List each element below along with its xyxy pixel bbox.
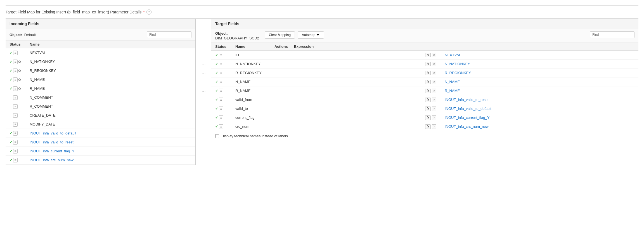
check-icon: ✔	[215, 98, 218, 102]
arrow-row: · · ·	[196, 69, 211, 78]
fx-icon[interactable]: fx	[425, 124, 431, 129]
x-icon[interactable]: ✕	[432, 107, 436, 111]
doc-icon[interactable]: ≡	[13, 60, 18, 64]
expression-text[interactable]: INOUT_infa_valid_to_reset	[445, 98, 634, 102]
automap-button[interactable]: Automap ▼	[298, 31, 324, 39]
field-name[interactable]: INOUT_infa_valid_to_reset	[30, 140, 191, 144]
expression-text[interactable]: R_REGIONKEY	[445, 71, 634, 75]
page-container: Target Field Map for Existing Insert (p_…	[0, 0, 644, 241]
target-find-input[interactable]	[590, 31, 634, 38]
x-icon[interactable]: ✕	[432, 62, 436, 66]
fx-icon[interactable]: fx	[425, 89, 431, 93]
display-tech-checkbox[interactable]	[215, 134, 219, 138]
x-icon[interactable]: ✕	[432, 124, 436, 129]
x-icon[interactable]: ✕	[432, 53, 436, 57]
doc-icon[interactable]: ≡	[13, 140, 18, 145]
fx-icon[interactable]: fx	[425, 62, 431, 66]
expression-text[interactable]: N_NATIONKEY	[445, 62, 634, 66]
incoming-object-value: Default	[24, 33, 36, 37]
status-icons: ✔ ≡	[10, 131, 30, 136]
target-status-icons: ✔ ≡	[215, 89, 235, 93]
fx-icon[interactable]: fx	[425, 80, 431, 84]
doc-icon[interactable]: ≡	[219, 98, 223, 102]
action-icons: fx ✕	[425, 115, 445, 120]
doc-icon[interactable]: ≡	[219, 115, 223, 120]
gear-icon[interactable]: ✿	[18, 60, 21, 64]
check-icon: ✔	[10, 77, 13, 82]
gear-icon[interactable]: ✿	[18, 87, 21, 91]
target-field-name: current_flag	[235, 115, 425, 120]
field-name[interactable]: INOUT_infa_valid_to_default	[30, 131, 191, 135]
target-status-icons: ✔ ≡	[215, 98, 235, 102]
arrow-dots: · · ·	[202, 71, 205, 76]
doc-icon[interactable]: ≡	[219, 62, 223, 66]
gear-icon[interactable]: ✿	[18, 78, 21, 82]
doc-icon[interactable]: ≡	[13, 131, 18, 136]
status-icons: ✔ ≡ ✿	[10, 60, 30, 64]
target-status-icons: ✔ ≡	[215, 80, 235, 84]
field-name: MODIFY_DATE	[30, 122, 191, 126]
doc-icon[interactable]: ≡	[13, 77, 18, 82]
incoming-col-name: Name	[30, 42, 191, 46]
target-col-headers: Status Name Actions Expression	[211, 43, 638, 51]
incoming-find-input[interactable]	[147, 31, 191, 38]
status-icons: ✔ ≡	[10, 95, 30, 100]
check-icon: ✔	[215, 115, 218, 120]
doc-icon[interactable]: ≡	[13, 51, 18, 55]
doc-icon[interactable]: ≡	[13, 68, 18, 73]
expression-text[interactable]: R_NAME	[445, 89, 634, 93]
status-icons: ✔ ≡	[10, 122, 30, 127]
target-field-name: valid_to	[235, 107, 425, 111]
clear-mapping-button[interactable]: Clear Mapping	[265, 31, 295, 39]
gear-icon[interactable]: ✿	[18, 69, 21, 73]
doc-icon[interactable]: ≡	[13, 113, 18, 118]
doc-icon[interactable]: ≡	[13, 158, 18, 162]
target-col-actions: Actions	[274, 44, 294, 49]
expression-text[interactable]: NEXTVAL	[445, 53, 634, 57]
expression-text[interactable]: INOUT_infa_crc_num_new	[445, 124, 634, 129]
x-icon[interactable]: ✕	[432, 89, 436, 93]
target-col-expression: Expression	[294, 44, 634, 49]
arrow-row	[196, 51, 211, 60]
x-icon[interactable]: ✕	[432, 71, 436, 75]
target-status-icons: ✔ ≡	[215, 124, 235, 129]
target-object-info: Object: DIM_GEOGRAPHY_SCD2	[215, 31, 259, 40]
status-icons: ✔ ≡ ✿	[10, 68, 30, 73]
doc-icon[interactable]: ≡	[13, 86, 18, 91]
help-icon[interactable]: ?	[146, 10, 151, 15]
target-row: ✔ ≡ valid_from fx ✕ INOUT_infa_valid_to_…	[211, 95, 638, 104]
check-icon: ✔	[215, 124, 218, 129]
doc-icon[interactable]: ≡	[13, 95, 18, 100]
doc-icon[interactable]: ≡	[219, 107, 223, 111]
doc-icon[interactable]: ≡	[219, 53, 223, 57]
x-icon[interactable]: ✕	[432, 80, 436, 84]
field-name: R_NAME	[30, 86, 191, 91]
status-icons: ✔ ≡	[10, 51, 30, 55]
doc-icon[interactable]: ≡	[219, 71, 223, 75]
fx-icon[interactable]: fx	[425, 71, 431, 75]
doc-icon[interactable]: ≡	[13, 149, 18, 153]
arrow-row: · · ·	[196, 87, 211, 96]
action-icons: fx ✕	[425, 80, 445, 84]
table-row: ✔ ≡ ✿ R_REGIONKEY	[6, 66, 195, 75]
fx-icon[interactable]: fx	[425, 107, 431, 111]
field-name[interactable]: INOUT_infa_current_flag_Y	[30, 149, 191, 153]
action-icons: fx ✕	[425, 71, 445, 75]
x-icon[interactable]: ✕	[432, 98, 436, 102]
doc-icon[interactable]: ≡	[13, 104, 18, 109]
target-field-name: N_NAME	[235, 80, 425, 84]
doc-icon[interactable]: ≡	[13, 122, 18, 127]
x-icon[interactable]: ✕	[432, 115, 436, 120]
doc-icon[interactable]: ≡	[219, 80, 223, 84]
fx-icon[interactable]: fx	[425, 98, 431, 102]
doc-icon[interactable]: ≡	[219, 89, 223, 93]
field-name[interactable]: INOUT_infa_crc_num_new	[30, 158, 191, 162]
doc-icon[interactable]: ≡	[219, 124, 223, 129]
action-icons: fx ✕	[425, 107, 445, 111]
fx-icon[interactable]: fx	[425, 53, 431, 57]
fx-icon[interactable]: fx	[425, 115, 431, 120]
expression-text[interactable]: INOUT_infa_valid_to_default	[445, 107, 634, 111]
incoming-object-label: Object:	[10, 33, 22, 37]
expression-text[interactable]: INOUT_infa_current_flag_Y	[445, 115, 634, 120]
expression-text[interactable]: N_NAME	[445, 80, 634, 84]
